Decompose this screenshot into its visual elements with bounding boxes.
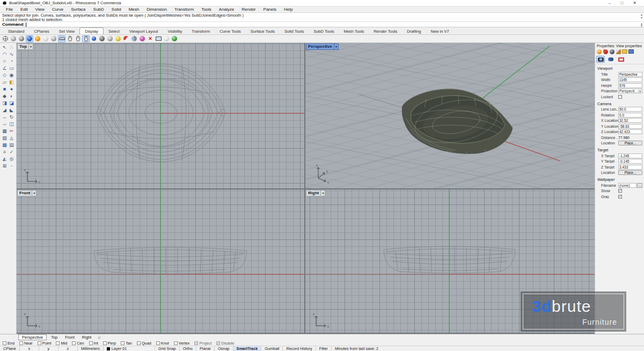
- split-view-icon[interactable]: [130, 35, 138, 42]
- height-field[interactable]: [618, 83, 642, 88]
- menu-help[interactable]: Help: [280, 7, 296, 12]
- arctic-display-icon[interactable]: [50, 35, 57, 42]
- wallpaper-filename-field[interactable]: (none): [618, 183, 636, 188]
- minimize-button[interactable]: –: [609, 1, 611, 6]
- menu-curve[interactable]: Curve: [48, 7, 67, 12]
- plane-tool-icon[interactable]: ▱: [1, 79, 8, 86]
- scale-tool-icon[interactable]: ⇔: [1, 121, 8, 128]
- ortho-toggle[interactable]: Ortho: [180, 346, 196, 351]
- artistic-display-icon[interactable]: [106, 35, 114, 42]
- osnap-knot[interactable]: Knot: [156, 341, 169, 346]
- osnap-vertex[interactable]: Vertex: [174, 341, 190, 346]
- top-viewport[interactable]: y x Top ▾: [17, 43, 304, 188]
- show-checkbox[interactable]: ✓: [618, 189, 622, 193]
- perspective-viewport-menu-icon[interactable]: ▾: [334, 44, 338, 49]
- mouse-middle-icon[interactable]: [74, 35, 82, 42]
- mid-checkbox[interactable]: [56, 341, 60, 345]
- perspective-viewport[interactable]: z y x Perspective ▾: [305, 43, 595, 188]
- camera-place-button[interactable]: Place...: [618, 141, 642, 145]
- menu-view[interactable]: View: [32, 7, 48, 12]
- render-preview-icon[interactable]: [122, 35, 130, 42]
- z-location-field[interactable]: [618, 129, 642, 134]
- tab-subd-tools[interactable]: SubD Tools: [309, 28, 339, 34]
- viewport-tab-perspective[interactable]: Perspective: [18, 334, 47, 340]
- extrude-tool-icon[interactable]: ◨: [1, 100, 8, 107]
- viewport-tab-front[interactable]: Front: [62, 335, 78, 340]
- front-viewport-title[interactable]: Front: [18, 191, 32, 196]
- properties-object-icon[interactable]: [596, 49, 602, 54]
- hatch-tool-icon[interactable]: ▤: [8, 142, 15, 149]
- smarttrack-toggle[interactable]: SmartTrack: [233, 346, 262, 351]
- pen-display-icon[interactable]: [42, 35, 49, 42]
- menu-tools[interactable]: Tools: [197, 7, 215, 12]
- cylinder-tool-icon[interactable]: ●: [8, 86, 15, 93]
- browse-button[interactable]: ...: [637, 183, 642, 188]
- tab-drafting[interactable]: Drafting: [402, 28, 426, 34]
- osnap-point[interactable]: Point: [38, 341, 52, 346]
- block-tool-icon[interactable]: ◭: [1, 156, 8, 163]
- move-tool-icon[interactable]: ↔: [1, 114, 8, 121]
- flat-shade-icon[interactable]: [138, 35, 146, 42]
- polygon-tool-icon[interactable]: ◇: [1, 72, 8, 79]
- backface-display-icon[interactable]: [163, 35, 170, 42]
- pyramid-tool-icon[interactable]: ◆: [1, 93, 8, 100]
- right-viewport-label[interactable]: Right ▾: [306, 190, 325, 196]
- menu-subd[interactable]: SubD: [90, 7, 108, 12]
- mouse-right-icon[interactable]: [82, 35, 90, 42]
- tab-curve-tools[interactable]: Curve Tools: [215, 28, 245, 34]
- control-points-tool-icon[interactable]: ∴: [8, 44, 15, 51]
- right-viewport-menu-icon[interactable]: ▾: [320, 191, 325, 196]
- menu-file[interactable]: File: [2, 7, 17, 12]
- gray-checkbox[interactable]: ✓: [618, 195, 622, 199]
- technical-display-icon[interactable]: [58, 35, 65, 42]
- select-tool-icon[interactable]: ↖: [1, 44, 8, 51]
- osnap-perp[interactable]: Perp: [103, 341, 116, 346]
- tab-surface-tools[interactable]: Surface Tools: [246, 28, 280, 34]
- perspective-viewport-canvas[interactable]: z y x: [305, 43, 595, 188]
- x-target-field[interactable]: [618, 153, 642, 158]
- layer-cell[interactable]: Layer 01: [104, 346, 155, 351]
- y-location-field[interactable]: [618, 124, 642, 129]
- menu-transform[interactable]: Transform: [171, 7, 197, 12]
- perspective-viewport-label[interactable]: Perspective ▾: [306, 43, 339, 50]
- project-checkbox[interactable]: [194, 341, 198, 345]
- raytraced-display-icon[interactable]: [34, 35, 41, 42]
- properties-pen-icon[interactable]: [616, 49, 621, 54]
- chevron-down-icon[interactable]: ▾: [638, 90, 641, 93]
- disable-display-icon[interactable]: ✕: [147, 35, 154, 42]
- front-viewport[interactable]: z x Front ▾: [17, 189, 304, 333]
- front-viewport-menu-icon[interactable]: ▾: [32, 191, 36, 196]
- osnap-disable[interactable]: Disable: [216, 341, 234, 346]
- osnap-toggle[interactable]: Osnap: [215, 346, 233, 351]
- box-tool-icon[interactable]: ■: [1, 86, 8, 93]
- point-tool-icon[interactable]: ◦: [8, 163, 15, 170]
- arc-center-tool-icon[interactable]: ◔: [8, 58, 15, 65]
- close-button[interactable]: ✕: [633, 1, 636, 6]
- new-viewport-tab-icon[interactable]: ◇: [98, 335, 100, 340]
- osnap-quad[interactable]: Quad: [137, 341, 151, 346]
- refresh-display-icon[interactable]: [171, 35, 178, 42]
- menu-render[interactable]: Render: [238, 7, 259, 12]
- perp-checkbox[interactable]: [103, 341, 107, 345]
- menu-solid[interactable]: Solid: [108, 7, 125, 12]
- fullscreen-display-icon[interactable]: [155, 35, 162, 42]
- xray-display-icon[interactable]: [98, 35, 106, 42]
- trim-tool-icon[interactable]: ✂: [8, 128, 15, 135]
- tab-render-tools[interactable]: Render Tools: [369, 28, 402, 34]
- shaded-mode-active-icon[interactable]: [26, 35, 33, 42]
- circle-tool-icon[interactable]: ○: [1, 58, 8, 65]
- check-tool-icon[interactable]: ✓: [8, 149, 15, 156]
- tab-cplanes[interactable]: CPlanes: [29, 28, 54, 34]
- osnap-end[interactable]: End: [3, 341, 14, 346]
- title-field[interactable]: [618, 72, 642, 77]
- int-checkbox[interactable]: [89, 341, 93, 345]
- front-viewport-canvas[interactable]: z x: [17, 189, 304, 333]
- y-target-field[interactable]: [618, 159, 642, 164]
- point-checkbox[interactable]: [38, 341, 41, 345]
- tab-new-in-v7[interactable]: New in V7: [426, 28, 454, 34]
- menu-mesh[interactable]: Mesh: [125, 7, 143, 12]
- command-line[interactable]: Command: ▲ ▼: [0, 21, 644, 27]
- tab-visibility[interactable]: Visibility: [163, 28, 187, 34]
- tab-display[interactable]: Display: [79, 27, 104, 34]
- shaded-display-icon[interactable]: [10, 35, 17, 42]
